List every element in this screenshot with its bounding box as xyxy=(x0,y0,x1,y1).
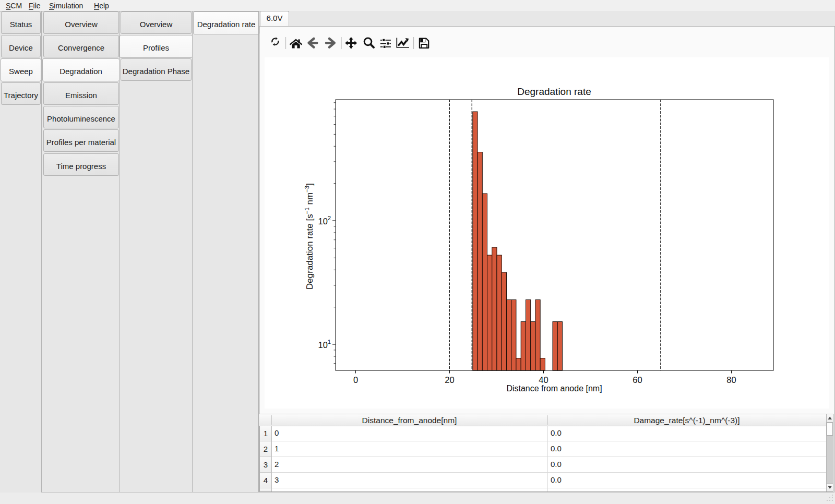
svg-text:20: 20 xyxy=(445,375,454,385)
svg-text:Distance from anode [nm]: Distance from anode [nm] xyxy=(506,384,602,393)
svg-text:Degradation rate [s−1 nm−3]: Degradation rate [s−1 nm−3] xyxy=(304,183,315,290)
svg-text:60: 60 xyxy=(633,375,642,385)
svg-text:102: 102 xyxy=(318,215,331,226)
svg-text:80: 80 xyxy=(726,375,736,385)
svg-text:40: 40 xyxy=(539,375,548,385)
svg-text:Degradation rate: Degradation rate xyxy=(517,86,591,97)
svg-text:101: 101 xyxy=(318,339,331,350)
svg-text:0: 0 xyxy=(353,375,358,385)
